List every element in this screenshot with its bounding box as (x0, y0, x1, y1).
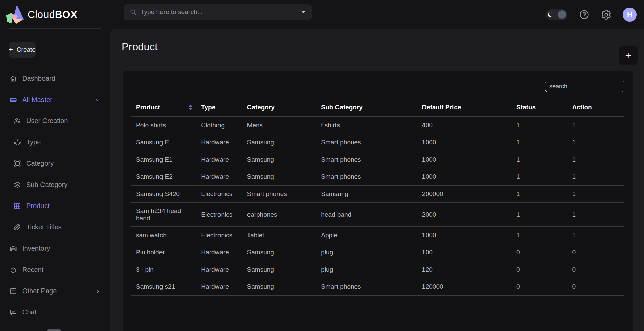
nodes-icon (13, 138, 21, 146)
table-cell: Samsung E1 (131, 151, 196, 168)
table-cell: Smart phones (242, 186, 316, 203)
page-title: Product (122, 41, 158, 53)
table-cell: 1 (511, 186, 567, 203)
global-search-input[interactable] (141, 8, 297, 16)
table-cell: 1 (567, 227, 624, 244)
table-cell: 100 (417, 244, 511, 261)
column-header-type[interactable]: Type (196, 98, 242, 117)
table-cell: Samsung s21 (131, 278, 196, 296)
sidebar-item-type[interactable]: Type (0, 132, 110, 153)
avatar[interactable]: H (623, 8, 637, 22)
table-cell: Samsung (242, 261, 316, 278)
sidebar-item-label: Chat (22, 308, 36, 316)
sidebar-item-category[interactable]: Category (0, 153, 110, 174)
sidebar-nav: Dashboard All Master User Creation Type … (0, 68, 110, 323)
paperclip-icon (13, 223, 21, 231)
table-cell: Pin holder (131, 244, 196, 261)
table-row: 3 - pinHardwareSamsungplug12000 (131, 261, 624, 278)
notes-icon (9, 287, 17, 295)
table-cell: 1000 (417, 227, 511, 244)
table-cell: Tablet (242, 227, 316, 244)
sidebar-item-chat[interactable]: Chat (0, 302, 110, 323)
table-cell: 1 (511, 151, 567, 168)
gear-icon (601, 9, 611, 20)
main-content: Product + Product Type Category Sub Cate… (110, 29, 644, 331)
sort-icon[interactable] (188, 105, 193, 110)
stopwatch-icon (9, 266, 17, 274)
table-cell: Apple (316, 227, 417, 244)
table-cell: Mens (242, 117, 316, 134)
sidebar-divider (9, 28, 101, 29)
sidebar-item-label: Recent (22, 266, 43, 274)
column-header-product[interactable]: Product (131, 98, 196, 117)
table-cell: plug (316, 244, 417, 261)
sidebar-item-inventory[interactable]: Inventory (0, 238, 110, 259)
sidebar-item-dashboard[interactable]: Dashboard (0, 68, 110, 89)
sidebar-item-other-page[interactable]: Other Page (0, 280, 110, 302)
topbar-actions: H (546, 0, 637, 29)
table-cell: 0 (567, 278, 624, 296)
sidebar-item-recent[interactable]: Recent (0, 259, 110, 280)
table-cell: Smart phones (316, 134, 417, 151)
table-search-input[interactable] (545, 81, 624, 92)
table-cell: 0 (511, 261, 567, 278)
table-cell: plug (316, 261, 417, 278)
table-row: Samsung s21HardwareSamsungSmart phones12… (131, 278, 624, 296)
column-header-sub-category[interactable]: Sub Category (316, 98, 417, 117)
table-cell: Samsung E2 (131, 168, 196, 186)
moon-icon (547, 12, 553, 18)
table-cell: Hardware (196, 244, 242, 261)
brand-name: CloudBOX (28, 9, 77, 20)
table-cell: Samsung E (131, 134, 196, 151)
sidebar-item-all-master[interactable]: All Master (0, 89, 110, 110)
table-cell: Samsung (242, 151, 316, 168)
table-cell: 2000 (417, 203, 511, 227)
layers-icon (13, 181, 21, 189)
table-cell: 1 (567, 117, 624, 134)
settings-button[interactable] (601, 9, 611, 20)
sidebar-item-label: User Creation (26, 117, 68, 125)
create-button[interactable]: + Create (9, 42, 36, 58)
sidebar: CloudBOX + Create Dashboard All Master U… (0, 0, 110, 331)
home-icon (9, 75, 17, 82)
sidebar-item-ticket-titles[interactable]: Ticket Titles (0, 217, 110, 238)
table-cell: 0 (567, 261, 624, 278)
sidebar-item-label: Ticket Titles (26, 223, 62, 231)
table-cell: sam watch (131, 227, 196, 244)
table-cell: Hardware (196, 151, 242, 168)
sidebar-item-label: Category (26, 160, 54, 167)
table-cell: Polo shirts (131, 117, 196, 134)
table-cell: Smart phones (316, 151, 417, 168)
sidebar-item-sub-category[interactable]: Sub Category (0, 174, 110, 195)
chevron-down-icon (95, 97, 100, 103)
help-button[interactable] (579, 9, 589, 20)
table-cell: 3 - pin (131, 261, 196, 278)
table-cell: Hardware (196, 168, 242, 186)
column-header-status[interactable]: Status (511, 98, 567, 117)
column-header-category[interactable]: Category (242, 98, 316, 117)
table-cell: 0 (567, 244, 624, 261)
table-cell: 1 (511, 168, 567, 186)
dark-mode-toggle[interactable] (546, 9, 567, 20)
sidebar-item-label: Product (26, 202, 50, 210)
product-table: Product Type Category Sub Category Defau… (131, 98, 624, 296)
sidebar-item-product[interactable]: Product (0, 195, 110, 217)
sidebar-item-label: Dashboard (22, 75, 55, 82)
column-header-default-price[interactable]: Default Price (417, 98, 511, 117)
add-product-button[interactable]: + (619, 46, 638, 65)
table-cell: Samsung (242, 278, 316, 296)
table-cell: 0 (511, 278, 567, 296)
topbar: H (110, 0, 644, 29)
sidebar-scroll-fragment (47, 329, 61, 331)
users-gear-icon (13, 117, 21, 125)
table-cell: Hardware (196, 261, 242, 278)
table-row: Pin holderHardwareSamsungplug10000 (131, 244, 624, 261)
chat-icon (9, 308, 17, 316)
sidebar-item-label: All Master (22, 96, 52, 104)
search-dropdown-caret-icon[interactable] (301, 11, 306, 13)
column-header-action[interactable]: Action (567, 98, 624, 117)
table-row: Samsung S420ElectronicsSmart phonesSamsu… (131, 186, 624, 203)
table-cell: 1 (511, 227, 567, 244)
sidebar-item-user-creation[interactable]: User Creation (0, 110, 110, 132)
table-cell: Electronics (196, 203, 242, 227)
